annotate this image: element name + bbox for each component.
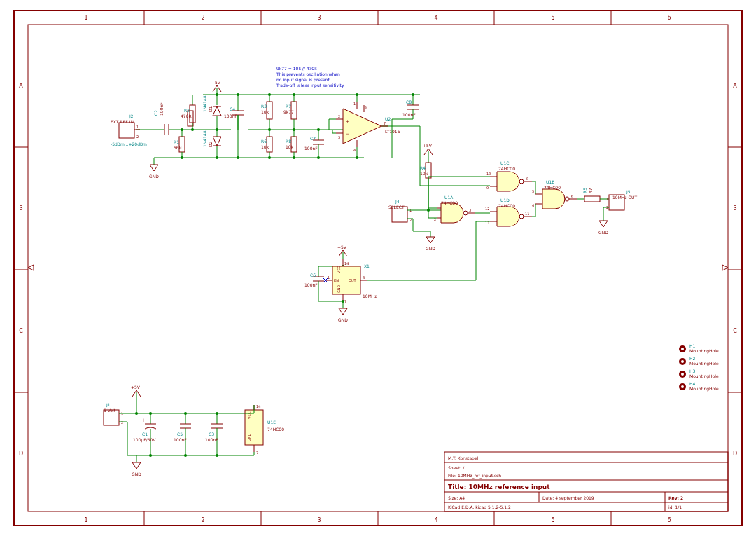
svg-text:12: 12 [485, 207, 489, 211]
svg-text:100nF: 100nF [224, 114, 237, 118]
svg-text:74HC00: 74HC00 [498, 166, 515, 171]
svg-text:MountingHole: MountingHole [690, 386, 719, 392]
svg-text:-5dBm...+20dBm: -5dBm...+20dBm [111, 142, 147, 146]
svg-point-250 [565, 197, 569, 201]
svg-text:9k77: 9k77 [284, 109, 294, 114]
svg-text:U1E: U1E [267, 420, 276, 425]
svg-text:1: 1 [328, 275, 330, 280]
ic-U1B: 5 4 6 U1B 74HC00 [532, 179, 578, 209]
svg-text:2: 2 [201, 517, 204, 523]
svg-point-88 [181, 128, 183, 131]
svg-point-157 [317, 156, 320, 159]
svg-text:GND: GND [149, 174, 159, 179]
svg-marker-39 [28, 265, 34, 270]
p5v-pwr: +5V [131, 385, 141, 399]
svg-text:5 Volt: 5 Volt [104, 408, 116, 413]
svg-text:R5: R5 [582, 188, 587, 193]
capacitor-C1: + C1 100µF/50V [133, 412, 156, 457]
svg-marker-104 [213, 106, 221, 116]
svg-text:47: 47 [588, 188, 593, 193]
svg-text:4: 4 [434, 15, 438, 21]
p5v-x1: +5V [337, 245, 347, 259]
svg-text:3: 3 [317, 15, 321, 21]
svg-text:R7: R7 [286, 104, 291, 109]
osc-X1: X1 10MHz 14 7 8 1 VCC GND OUT EN [323, 259, 377, 303]
svg-text:10k: 10k [420, 171, 428, 176]
svg-text:U1D: U1D [500, 198, 510, 202]
svg-text:C4: C4 [230, 106, 235, 111]
svg-text:10k: 10k [286, 144, 294, 149]
svg-text:R1: R1 [174, 139, 179, 144]
svg-text:Title: 10MHz reference input: Title: 10MHz reference input [448, 483, 550, 490]
svg-text:3: 3 [469, 208, 471, 212]
svg-marker-160 [343, 109, 382, 144]
schematic-canvas: 1 2 3 4 5 6 1 2 3 4 5 6 [0, 0, 756, 536]
svg-text:+5V: +5V [211, 80, 221, 85]
svg-point-121 [237, 93, 239, 96]
svg-text:H4: H4 [690, 381, 696, 386]
svg-point-89 [181, 156, 183, 159]
schematic-notes: 9k77 = 10k // 470k This prevents oscilla… [276, 66, 345, 88]
svg-text:1N4148: 1N4148 [202, 130, 207, 147]
diode-D2: 1N4148 D2 [202, 130, 221, 159]
svg-text:This prevents oscillation when: This prevents oscillation when [276, 71, 340, 77]
svg-rect-0 [14, 11, 742, 525]
svg-text:4: 4 [532, 203, 534, 207]
svg-text:+: + [346, 118, 349, 123]
capacitor-C5: C5 100nF [174, 412, 191, 457]
resistor-R3: R3 10k [261, 93, 272, 131]
svg-text:GND: GND [426, 246, 435, 251]
svg-text:Date: 4 september 2019: Date: 4 september 2019 [542, 495, 594, 501]
svg-text:2: 2 [136, 135, 139, 139]
svg-point-320 [135, 412, 138, 415]
svg-marker-275 [599, 221, 608, 227]
svg-point-156 [317, 128, 320, 131]
svg-text:1N4148: 1N4148 [202, 95, 207, 112]
svg-text:4: 4 [354, 148, 356, 152]
svg-text:VCC: VCC [337, 266, 341, 273]
svg-text:D: D [19, 451, 23, 457]
svg-text:R4: R4 [420, 165, 426, 170]
svg-text:1: 1 [84, 15, 88, 21]
svg-text:M.T. Konstapel: M.T. Konstapel [448, 455, 479, 461]
svg-text:C: C [733, 328, 737, 334]
svg-text:10MHz OUT: 10MHz OUT [612, 195, 637, 200]
svg-text:14: 14 [256, 404, 260, 408]
svg-text:74HC00: 74HC00 [498, 203, 515, 208]
svg-text:100nF: 100nF [205, 437, 218, 442]
svg-text:H1: H1 [690, 343, 696, 348]
svg-text:R2: R2 [184, 108, 190, 113]
svg-text:MountingHole: MountingHole [690, 348, 719, 354]
svg-point-136 [268, 156, 271, 159]
svg-text:U1C: U1C [500, 160, 509, 165]
svg-text:9k77 = 10k // 470k: 9k77 = 10k // 470k [276, 66, 317, 71]
svg-text:C6: C6 [310, 273, 316, 277]
svg-text:R8: R8 [286, 139, 291, 144]
svg-text:1: 1 [354, 102, 356, 106]
svg-text:C2: C2 [153, 110, 158, 116]
svg-text:3: 3 [317, 517, 321, 523]
svg-text:J5: J5 [626, 189, 631, 195]
svg-point-335 [184, 412, 187, 415]
svg-point-191 [412, 93, 414, 96]
svg-text:100nF: 100nF [304, 146, 318, 151]
svg-text:GND: GND [132, 472, 141, 476]
connector-J4: 1 2 J4 SELECT [388, 199, 441, 231]
svg-text:100µF/50V: 100µF/50V [133, 437, 156, 443]
diode-D1: 1N4148 D1 [202, 95, 221, 131]
svg-text:Trade-off is less input sensit: Trade-off is less input sensitivity. [276, 83, 345, 88]
svg-text:10k: 10k [261, 144, 270, 149]
capacitor-C3: C3 100nF [205, 412, 223, 457]
svg-text:Sheet: /: Sheet: / [448, 465, 465, 470]
svg-text:SELECT: SELECT [388, 205, 405, 209]
svg-text:C5: C5 [177, 432, 183, 437]
svg-text:+: + [141, 418, 146, 423]
p5v-r4: +5V [423, 143, 433, 158]
svg-text:10: 10 [486, 172, 491, 176]
svg-point-238 [519, 214, 524, 219]
svg-point-326 [149, 412, 152, 415]
svg-text:10k: 10k [261, 109, 270, 114]
svg-text:1: 1 [136, 125, 139, 129]
svg-text:8: 8 [363, 275, 365, 280]
svg-text:EN: EN [334, 278, 339, 282]
